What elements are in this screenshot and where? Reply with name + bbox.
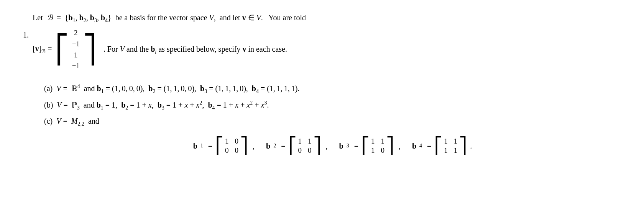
part-b-V: V [57,101,61,109]
part-c-V: V [56,117,61,125]
b3-comma: , [399,142,401,150]
matrix-cell-1: −1 [72,39,80,49]
b2-right-bracket: ⎤ [313,139,321,153]
b3-r0c1: 1 [381,137,384,146]
b1-bold: b [193,142,197,150]
part-b-label: (b) [44,101,53,109]
part-b: (b) V = ℙ3 and b1 = 1, b2 = 1 + x, b3 = … [44,98,621,113]
b4-bold: b [412,142,416,150]
b3-left-bracket: ⎡ [361,139,370,153]
b3-r0c0: 1 [371,137,375,146]
b1-intro: b [69,13,73,22]
vb-label: [v]ℬ = [33,44,52,55]
parts-container: (a) V = ℝ4 and b1 = (1, 0, 0, 0), b2 = (… [44,82,621,155]
b4-r1c1: 1 [454,146,458,155]
b1-r1c0: 0 [225,146,229,155]
b1-left-bracket: ⎡ [215,139,223,153]
b3-matrix-eq: b3 = ⎡ 1 1 1 0 ⎤ , [339,136,401,155]
b2-r1c1: 0 [308,146,312,155]
b3-matrix: ⎡ 1 1 1 0 ⎤ [361,136,394,155]
part-a-V: V [56,84,61,93]
b4-right-bracket: ⎤ [459,139,467,153]
b2-body: 1 1 0 0 [297,136,313,155]
b1-r0c0: 1 [225,137,229,146]
b1-right-bracket: ⎤ [240,139,248,153]
left-bracket: ⎡ [55,38,69,61]
b1-r0c1: 0 [235,137,239,146]
vb-matrix: ⎡ 2 −1 1 −1 ⎤ [55,26,97,72]
main-content: Let ℬ = {b1, b2, b3, b4} be a basis for … [33,11,621,159]
matrix-cell-3: −1 [72,61,80,71]
matrices-display-row: b1 = ⎡ 1 0 0 0 ⎤ , [44,136,621,155]
b3-right-bracket: ⎤ [386,139,394,153]
vb-matrix-row: [v]ℬ = ⎡ 2 −1 1 −1 ⎤ . For V and the bi … [33,26,621,72]
b1-comma: , [253,142,255,150]
b4-r0c1: 1 [454,137,458,146]
right-bracket: ⎤ [83,38,97,61]
b3-body: 1 1 1 0 [370,136,386,155]
part-a-label: (a) [44,84,53,93]
part-a: (a) V = ℝ4 and b1 = (1, 0, 0, 0), b2 = (… [44,82,621,96]
b2-r0c0: 1 [298,137,302,146]
part-b-P3: ℙ3 [72,101,80,109]
b2-comma: , [326,142,328,150]
matrix-cell-0: 2 [74,28,78,38]
intro-line: Let ℬ = {b1, b2, b3, b4} be a basis for … [33,11,621,25]
b2-r1c0: 0 [298,146,302,155]
b4-matrix: ⎡ 1 1 1 1 ⎤ [434,136,467,155]
b2-matrix: ⎡ 1 1 0 0 ⎤ [289,136,321,155]
part-c-M22: M2,2 [71,117,84,125]
part-c-label: (c) [44,117,53,125]
B-subscript: ℬ [41,49,46,54]
b4-matrix-eq: b4 = ⎡ 1 1 1 1 ⎤ . [412,136,472,155]
problem-line1: 1. Let ℬ = {b1, b2, b3, b4} be a basis f… [23,11,621,159]
b1-body: 1 0 0 0 [223,136,240,155]
b4-body: 1 1 1 1 [442,136,459,155]
matrix-cell-2: 1 [74,50,78,60]
b2-r0c1: 1 [308,137,312,146]
b1-matrix: ⎡ 1 0 0 0 ⎤ [215,136,248,155]
b4-left-bracket: ⎡ [434,139,442,153]
b4-r0c0: 1 [444,137,448,146]
b1-r1c1: 0 [235,146,239,155]
b3-bold: b [339,142,343,150]
part-a-R4: ℝ4 [71,84,80,93]
problem-number: 1. [23,11,29,39]
problem-container: 1. Let ℬ = {b1, b2, b3, b4} be a basis f… [23,11,621,159]
B-symbol: ℬ [47,13,53,22]
b3-r1c0: 1 [371,146,375,155]
b3-r1c1: 0 [381,146,384,155]
part-c: (c) V = M2,2 and [44,114,621,129]
b1-matrix-eq: b1 = ⎡ 1 0 0 0 ⎤ , [193,136,255,155]
for-text: . For V and the bi as specified below, s… [104,43,287,56]
b2-left-bracket: ⎡ [289,139,297,153]
b2-bold: b [266,142,270,150]
matrix-body: 2 −1 1 −1 [70,26,82,72]
b4-r1c0: 1 [444,146,448,155]
period: . [470,142,472,150]
b2-matrix-eq: b2 = ⎡ 1 1 0 0 ⎤ , [266,136,327,155]
